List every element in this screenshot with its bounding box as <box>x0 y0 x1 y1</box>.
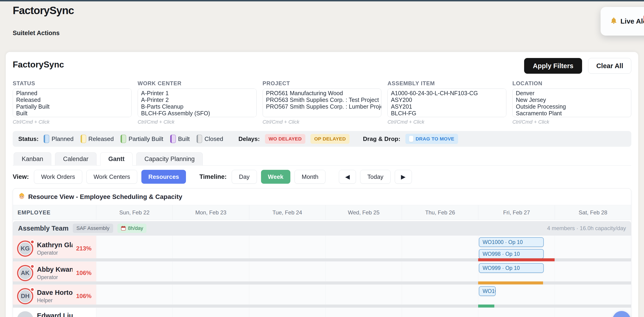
day-cell <box>172 262 249 284</box>
tab-gantt[interactable]: Gantt <box>100 152 133 166</box>
work-order-bar[interactable]: WO999 · Op 10 <box>479 263 544 273</box>
filter-option[interactable]: Outside Processing <box>516 103 631 110</box>
day-cell <box>554 262 631 284</box>
prev-period-button[interactable]: ◀ <box>339 170 356 184</box>
day-cell <box>402 308 478 317</box>
filter-option[interactable]: PRO561 Manufacturing Wood <box>266 90 381 96</box>
tab-capacity-planning[interactable]: Capacity Planning <box>136 152 203 166</box>
filter-option[interactable]: Released <box>16 96 132 103</box>
page-header: FactorySync Suitelet Actions M <box>0 2 644 52</box>
drag-handle-icon <box>409 136 413 142</box>
today-button[interactable]: Today <box>360 170 390 184</box>
filter-option[interactable]: A-Printer 2 <box>141 96 256 103</box>
timeline-label: Timeline: <box>199 173 226 180</box>
live-alerts-panel[interactable]: Live Alerts <box>600 7 644 36</box>
day-cell <box>172 285 249 308</box>
employee-name: Dave Horton <box>37 289 72 296</box>
employee-cell[interactable]: KG Kathryn Gla... Operator 213% <box>13 236 96 261</box>
panel-title: FactorySync <box>13 58 64 70</box>
day-header: Fri, Feb 27 <box>478 205 554 220</box>
live-alerts-label: Live Alerts <box>620 17 644 25</box>
avatar: DH <box>17 288 33 304</box>
project-listbox[interactable]: PRO561 Manufacturing Wood PRO563 Smith S… <box>263 88 382 117</box>
employee-cell[interactable]: EL Edward Liu Helper <box>13 308 96 317</box>
view-work-centers-button[interactable]: Work Centers <box>86 170 137 184</box>
filter-option[interactable]: Planned <box>16 90 132 96</box>
filter-option[interactable]: Partially Built <box>16 103 132 110</box>
filter-option[interactable]: B-Parts Cleanup <box>141 103 256 110</box>
filter-group-work-center: WORK CENTER A-Printer 1 A-Printer 2 B-Pa… <box>138 80 257 125</box>
hours-badge: 8h/day <box>117 224 146 233</box>
capacity-strip-fill <box>478 258 554 261</box>
employee-cell[interactable]: DH Dave Horton Helper 106% <box>13 285 96 308</box>
day-cell <box>249 308 326 317</box>
bell-icon <box>610 17 618 26</box>
avatar: AK <box>17 265 33 281</box>
timeline-month-button[interactable]: Month <box>294 170 326 184</box>
day-header: Mon, Feb 23 <box>172 205 249 220</box>
filter-option[interactable]: Denver <box>516 90 631 96</box>
view-tabs: Kanban Calendar Gantt Capacity Planning <box>13 152 631 166</box>
employee-row: EL Edward Liu Helper <box>13 308 631 317</box>
tab-calendar[interactable]: Calendar <box>55 152 96 166</box>
timeline-day-button[interactable]: Day <box>232 170 257 184</box>
filter-option[interactable]: Built <box>16 110 132 117</box>
work-center-listbox[interactable]: A-Printer 1 A-Printer 2 B-Parts Cleanup … <box>138 88 257 117</box>
next-period-button[interactable]: ▶ <box>395 170 412 184</box>
employee-role: Operator <box>37 250 72 256</box>
employee-cell[interactable]: AK Abby Kwan Operator 106% <box>13 262 96 284</box>
filter-option[interactable]: BLCH-FG Assembly (SFO) <box>141 110 256 117</box>
filter-option[interactable]: Classic Mahogany Canoe 24 Inches (Case o… <box>391 117 506 117</box>
day-header: Tue, Feb 24 <box>249 205 326 220</box>
timeline-week-button[interactable]: Week <box>261 170 290 184</box>
filter-hint: Ctrl/Cmd + Click <box>387 119 506 125</box>
day-cell <box>326 262 402 284</box>
day-cell <box>402 262 478 284</box>
filter-option[interactable]: ASY200 <box>391 96 506 103</box>
clear-all-button[interactable]: Clear All <box>588 58 631 74</box>
legend-dragdrop-label: Drag & Drop: <box>363 136 400 142</box>
filter-option[interactable]: BLCH-FG <box>391 110 506 117</box>
employee-row: DH Dave Horton Helper 106% WO1001 · Op 1… <box>13 284 631 308</box>
work-order-bar[interactable]: WO1001 · Op 10 <box>479 286 496 296</box>
filter-hint: Ctrl/Cmd + Click <box>263 119 382 125</box>
work-order-bar[interactable]: WO998 · Op 10 <box>479 249 544 259</box>
view-resources-button[interactable]: Resources <box>141 170 186 184</box>
partially-built-swatch <box>120 135 126 143</box>
employee-name: Edward Liu <box>37 312 93 317</box>
filter-label: STATUS <box>13 80 132 87</box>
assembly-item-listbox[interactable]: A1000-60-24-30-L-CH-NF103-CG ASY200 ASY2… <box>387 88 506 117</box>
tab-kanban[interactable]: Kanban <box>14 152 51 166</box>
filter-option[interactable]: A-Printer 1 <box>141 90 256 96</box>
day-header: Wed, Feb 25 <box>326 205 402 220</box>
day-header: Thu, Feb 26 <box>402 205 478 220</box>
filter-option[interactable]: BLCH-FG-24 (SFO) <box>141 117 256 117</box>
filter-option[interactable]: Closed <box>16 117 132 117</box>
apply-filters-button[interactable]: Apply Filters <box>524 58 582 74</box>
filter-option[interactable]: New Jersey <box>516 96 631 103</box>
filter-option[interactable]: PRO567 Smith Supplies Corp. : Lumber Pro… <box>266 103 381 110</box>
team-group-header[interactable]: Assembly Team SAF Assembly 8h/day 4 memb… <box>13 221 631 236</box>
filter-label: LOCATION <box>512 80 631 87</box>
filter-option[interactable]: ASY201 <box>391 103 506 110</box>
legend-item-partially-built: Partially Built <box>120 135 163 143</box>
main-panel: FactorySync Apply Filters Clear All STAT… <box>6 52 638 317</box>
location-listbox[interactable]: Denver New Jersey Outside Processing Sac… <box>512 88 631 117</box>
team-summary: 4 members · 16.0h capacity/day <box>547 225 626 232</box>
work-order-bar[interactable]: WO1000 · Op 10 <box>479 237 544 247</box>
status-listbox[interactable]: Planned Released Partially Built Built C… <box>13 88 132 117</box>
employee-row: KG Kathryn Gla... Operator 213% WO1000 ·… <box>13 236 631 261</box>
filter-option[interactable]: PRO563 Smith Supplies Corp. : Test Proje… <box>266 96 381 103</box>
legend-status-label: Status: <box>18 136 38 142</box>
day-cell: WO999 · Op 10 <box>478 262 554 284</box>
resource-view-title: Resource View - Employee Scheduling & Ca… <box>28 193 182 200</box>
view-work-orders-button[interactable]: Work Orders <box>34 170 82 184</box>
filter-option[interactable]: Sacramento Plant <box>516 110 631 117</box>
day-cell <box>96 236 172 261</box>
filter-option[interactable]: A1000-60-24-30-L-CH-NF103-CG <box>391 90 506 96</box>
day-cell <box>402 285 478 308</box>
day-cell <box>249 236 326 261</box>
team-name: Assembly Team <box>18 224 68 232</box>
employee-column-header: EMPLOYEE <box>18 209 50 216</box>
utilization-percent: 106% <box>76 292 92 300</box>
